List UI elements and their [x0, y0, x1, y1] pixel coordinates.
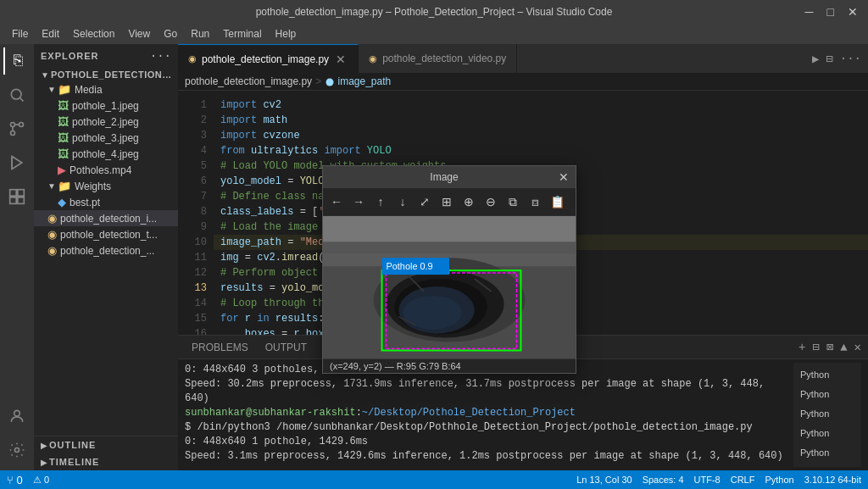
outline-header[interactable]: ▶ OUTLINE: [34, 436, 178, 453]
split-terminal-button[interactable]: ⊟: [812, 340, 819, 354]
terminal-line-2: Speed: 30.2ms preprocess, 1731.9ms infer…: [185, 377, 793, 406]
sidebar-item-weights[interactable]: ▼ 📁 Weights: [34, 178, 178, 194]
maximize-button[interactable]: □: [824, 5, 837, 19]
extensions-icon[interactable]: [3, 183, 31, 210]
menu-view[interactable]: View: [123, 26, 155, 42]
breadcrumb-separator: >: [315, 75, 321, 87]
sidebar-item-pothole2[interactable]: 🖼 pothole_2.jpeg: [34, 114, 178, 130]
chevron-down-icon: ▼: [47, 85, 56, 94]
menu-file[interactable]: File: [7, 26, 33, 42]
jpeg-file-icon: 🖼: [58, 99, 69, 112]
terminal-instance-3[interactable]: Python: [797, 405, 858, 423]
py-file-icon: ◉: [47, 228, 57, 241]
sidebar-item-media[interactable]: ▼ 📁 Media: [34, 81, 178, 97]
actual-size-button[interactable]: ⧉: [503, 192, 523, 212]
status-bar: ⑂ 0 ⚠ 0 Ln 13, Col 30 Spaces: 4 UTF-8 CR…: [0, 470, 868, 489]
window-controls[interactable]: ─ □ ✕: [802, 5, 861, 19]
minimize-button[interactable]: ─: [802, 5, 817, 19]
sidebar-item-pothole1[interactable]: 🖼 pothole_1.jpeg: [34, 97, 178, 114]
project-label: POTHOLE_DETECTION_P...: [51, 69, 175, 80]
run-button[interactable]: ▶: [812, 52, 819, 66]
close-button[interactable]: ✕: [844, 5, 861, 19]
language-indicator[interactable]: Python: [765, 475, 793, 485]
tab-output[interactable]: OUTPUT: [259, 338, 314, 357]
timeline-header[interactable]: ▶ TIMELINE: [34, 453, 178, 470]
activity-bar: ⎘: [0, 44, 34, 470]
chevron-right-icon: ▶: [41, 441, 47, 450]
nav-down-button[interactable]: ↓: [392, 192, 413, 212]
fit-width-button[interactable]: ⧈: [525, 192, 545, 212]
breadcrumb-file[interactable]: pothole_detection_image.py: [185, 75, 312, 87]
more-actions-button[interactable]: ···: [840, 52, 861, 65]
outline-section: ▶ OUTLINE: [34, 436, 178, 453]
spaces-indicator[interactable]: Spaces: 4: [643, 475, 684, 485]
nav-forward-button[interactable]: →: [348, 192, 369, 212]
sidebar-item-best-pt[interactable]: ◆ best.pt: [34, 194, 178, 210]
svg-rect-9: [10, 190, 17, 197]
fit-page-button[interactable]: ⤢: [415, 192, 435, 212]
terminal-sidebar: Python Python Python Python Python: [793, 363, 861, 467]
project-root[interactable]: ▼ POTHOLE_DETECTION_P...: [34, 68, 178, 81]
svg-point-2: [11, 123, 15, 127]
git-branch-icon[interactable]: ⑂ 0: [7, 474, 23, 486]
account-icon[interactable]: [3, 403, 31, 430]
tab-pothole-video[interactable]: ◉ pothole_detection_video.py: [359, 44, 517, 73]
add-terminal-button[interactable]: +: [798, 341, 805, 354]
breadcrumb-symbol: image_path: [325, 75, 391, 87]
kill-terminal-button[interactable]: ⊠: [826, 340, 833, 354]
svg-text:Pothole 0.9: Pothole 0.9: [387, 261, 433, 271]
zoom-in-button[interactable]: ⊕: [459, 192, 479, 212]
sidebar-more-button[interactable]: ···: [150, 49, 171, 63]
tab-label-image: pothole_detection_image.py: [202, 53, 329, 65]
maximize-panel-button[interactable]: ▲: [840, 341, 847, 354]
split-editor-button[interactable]: ⊟: [826, 52, 832, 66]
menu-go[interactable]: Go: [159, 26, 182, 42]
line-ending-indicator[interactable]: CRLF: [731, 475, 755, 485]
close-panel-button[interactable]: ✕: [854, 340, 861, 354]
line-numbers: 12345 678910 1112131415 1617181920 2122: [178, 91, 214, 335]
grid-view-button[interactable]: ⊞: [437, 192, 457, 212]
svg-point-14: [15, 448, 19, 453]
menu-terminal[interactable]: Terminal: [218, 26, 266, 42]
pothole1-label: pothole_1.jpeg: [72, 100, 139, 112]
svg-point-3: [11, 131, 15, 136]
search-icon[interactable]: [3, 81, 31, 108]
nav-up-button[interactable]: ↑: [370, 192, 391, 212]
nav-back-button[interactable]: ←: [326, 192, 347, 212]
menu-edit[interactable]: Edit: [36, 26, 64, 42]
tab-problems[interactable]: PROBLEMS: [185, 338, 255, 357]
tab-close-button[interactable]: ✕: [334, 53, 348, 66]
terminal-instance-4[interactable]: Python: [797, 425, 858, 442]
terminal-instance-1[interactable]: Python: [797, 366, 858, 384]
tab-label-video: pothole_detection_video.py: [382, 53, 506, 64]
run-debug-icon[interactable]: [3, 149, 31, 176]
python-version[interactable]: 3.10.12 64-bit: [804, 475, 861, 485]
terminal-instance-2[interactable]: Python: [797, 386, 858, 403]
menu-run[interactable]: Run: [186, 26, 214, 42]
terminal-instance-5[interactable]: Python: [797, 444, 858, 462]
copy-button[interactable]: 📋: [547, 192, 567, 212]
menu-help[interactable]: Help: [270, 26, 302, 42]
modal-title-bar: Image ✕: [323, 166, 576, 188]
sidebar-item-pothole4[interactable]: 🖼 pothole_4.jpeg: [34, 146, 178, 162]
settings-icon[interactable]: [3, 436, 31, 464]
modal-close-button[interactable]: ✕: [559, 170, 569, 184]
terminal-line-3: sunbhankar@subhankar-rakshit : ~/Desktop…: [185, 406, 793, 435]
sidebar-item-detection-t[interactable]: ◉ pothole_detection_t...: [34, 226, 178, 242]
tab-pothole-image[interactable]: ◉ pothole_detection_image.py ✕: [178, 44, 359, 73]
menu-selection[interactable]: Selection: [68, 26, 120, 42]
sidebar-item-potholes-mp4[interactable]: ▶ Potholes.mp4: [34, 162, 178, 178]
folder-icon: 📁: [58, 180, 71, 192]
explorer-icon[interactable]: ⎘: [3, 47, 31, 75]
errors-indicator[interactable]: ⚠ 0: [33, 475, 49, 486]
source-control-icon[interactable]: [3, 115, 31, 142]
encoding-indicator[interactable]: UTF-8: [694, 475, 721, 485]
sidebar-item-detection-v[interactable]: ◉ pothole_detection_...: [34, 242, 178, 258]
sidebar-item-pothole3[interactable]: 🖼 pothole_3.jpeg: [34, 130, 178, 146]
chevron-down-icon: ▼: [41, 70, 49, 80]
sidebar-item-detection-image[interactable]: ◉ pothole_detection_i...: [34, 210, 178, 226]
zoom-out-button[interactable]: ⊖: [481, 192, 501, 212]
pothole-image-svg: Pothole 0.9: [323, 215, 576, 359]
cursor-position[interactable]: Ln 13, Col 30: [576, 475, 632, 485]
sidebar: EXPLORER ··· ▼ POTHOLE_DETECTION_P... ▼ …: [34, 44, 178, 470]
